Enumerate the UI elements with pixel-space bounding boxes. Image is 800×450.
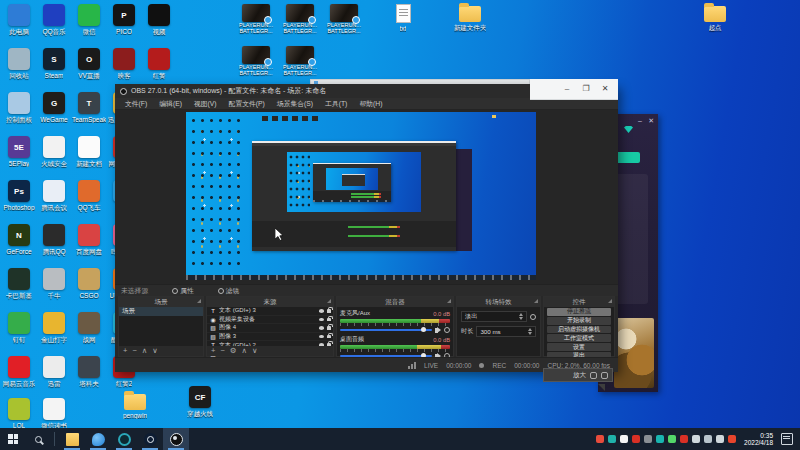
desktop-icon[interactable]: S Steam (37, 48, 71, 90)
control-button[interactable]: 设置 (547, 343, 611, 351)
preview-capture-level1[interactable] (186, 112, 536, 280)
tray-icon[interactable] (656, 435, 664, 443)
transition-select[interactable]: 淡出 (461, 311, 527, 322)
tray-icon[interactable] (620, 435, 628, 443)
maximize-button[interactable]: ❐ (581, 84, 591, 94)
scene-list-item[interactable]: 场景 (119, 307, 203, 316)
remove-source-button[interactable]: − (220, 347, 224, 355)
remove-scene-button[interactable]: − (132, 347, 136, 355)
zoom-icon[interactable] (590, 372, 597, 379)
desktop-icon[interactable]: 网易云音乐 (2, 356, 36, 398)
tray-icon[interactable] (692, 435, 700, 443)
visibility-eye-icon[interactable] (319, 309, 324, 313)
desktop-icon-txt-file[interactable]: txt (386, 2, 420, 44)
lock-icon[interactable] (327, 326, 331, 330)
desktop-icon[interactable]: 视频 (142, 4, 176, 46)
spinner-updown-icon[interactable] (528, 328, 532, 335)
desktop-icon[interactable]: CSGO (72, 268, 106, 310)
add-scene-button[interactable]: + (123, 347, 127, 355)
desktop-icon[interactable]: 千牛 (37, 268, 71, 310)
taskbar-app-button[interactable] (85, 428, 111, 450)
screenshot-thumbnail[interactable]: PLAYERUN... BATTLEGR... (241, 4, 271, 48)
control-button[interactable]: 停止推流 (547, 308, 611, 316)
desktop-icon[interactable]: T TeamSpeak 3 (72, 92, 106, 134)
tray-icon[interactable] (596, 435, 604, 443)
desktop-icon[interactable]: 回收站 (2, 48, 36, 90)
taskbar-app-button[interactable] (111, 428, 137, 450)
desktop-icon[interactable]: QQ音乐 (37, 4, 71, 46)
desktop-icon-right-folder[interactable]: 起点 (698, 2, 732, 44)
filters-button[interactable]: 滤镜 (218, 286, 240, 296)
control-button[interactable]: 开始录制 (547, 317, 611, 325)
tray-icon[interactable] (668, 435, 676, 443)
menu-item[interactable]: 视图(V) (188, 99, 223, 109)
screenshot-thumbnail[interactable]: PLAYERUN... BATTLEGR... (329, 4, 359, 48)
screenshot-thumbnail[interactable]: PLAYERUN... BATTLEGR... (285, 4, 315, 48)
desktop-icon[interactable]: 火绒安全 (37, 136, 71, 178)
desktop-icon-new-folder[interactable]: 新建文件夹 (453, 2, 487, 44)
menu-item[interactable]: 帮助(H) (353, 99, 388, 109)
controls-panel-header[interactable]: 控件 (544, 297, 614, 307)
source-properties-button[interactable]: ⚙ (230, 347, 237, 355)
desktop-icon[interactable]: 战网 (72, 312, 106, 354)
tray-icon[interactable] (704, 435, 712, 443)
desktop-icon[interactable]: 卡巴斯基 (2, 268, 36, 310)
menu-item[interactable]: 场景集合(S) (271, 99, 319, 109)
expand-icon[interactable] (601, 372, 608, 379)
tray-icon[interactable] (644, 435, 652, 443)
mixer-panel-header[interactable]: 混音器 (337, 297, 453, 307)
desktop-icon[interactable]: 百度网盘 (72, 224, 106, 266)
taskbar-app-button[interactable] (59, 428, 85, 450)
menu-item[interactable]: 文件(F) (119, 99, 153, 109)
channel-settings-icon[interactable] (444, 327, 450, 333)
desktop-icon[interactable]: QQ飞车 (72, 180, 106, 222)
control-button[interactable]: 工作室模式 (547, 334, 611, 342)
desktop-icon[interactable]: 金山打字 (37, 312, 71, 354)
lock-icon[interactable] (327, 309, 331, 313)
desktop-icon[interactable]: 钉钉 (2, 312, 36, 354)
magnifier-popup[interactable]: 放大 (543, 368, 613, 382)
accent-button[interactable] (616, 152, 640, 163)
notification-center-icon[interactable] (781, 433, 793, 445)
taskbar-app-button[interactable] (163, 428, 189, 450)
minimize-button[interactable]: – (562, 84, 572, 94)
desktop-icon[interactable]: 5E 5EPlay (2, 136, 36, 178)
desktop-icon[interactable]: N GeForce (2, 224, 36, 266)
desktop-icon[interactable]: P PICO (107, 4, 141, 46)
properties-button[interactable]: 属性 (172, 286, 194, 296)
desktop-icon[interactable]: 塔科夫 (72, 356, 106, 398)
minimize-button[interactable]: – (638, 117, 642, 124)
desktop-icon[interactable]: 此电脑 (2, 4, 36, 46)
close-button[interactable]: ✕ (600, 84, 610, 94)
desktop-icon[interactable]: 迅雷 (37, 356, 71, 398)
desktop-icon[interactable]: 控制面板 (2, 92, 36, 134)
tray-icon[interactable] (608, 435, 616, 443)
transition-settings-icon[interactable] (530, 314, 536, 320)
visibility-eye-icon[interactable] (319, 318, 324, 322)
desktop-icon[interactable]: 腾讯会议 (37, 180, 71, 222)
lock-icon[interactable] (327, 318, 331, 322)
desktop-icon[interactable]: 腾讯QQ (37, 224, 71, 266)
desktop-icon[interactable]: CF 穿越火线 (183, 386, 217, 428)
taskbar-clock[interactable]: 0:35 2022/4/18 (744, 432, 773, 447)
visibility-eye-icon[interactable] (319, 326, 324, 330)
menu-item[interactable]: 编辑(E) (153, 99, 188, 109)
desktop-icon[interactable]: Ps Photoshop (2, 180, 36, 222)
duration-input[interactable]: 300 ms (476, 326, 536, 337)
move-scene-up-button[interactable]: ∧ (142, 347, 148, 355)
move-source-down-button[interactable]: ∨ (252, 347, 258, 355)
start-button[interactable] (0, 428, 26, 450)
menu-item[interactable]: 配置文件(P) (223, 99, 271, 109)
tray-icon[interactable] (632, 435, 640, 443)
desktop-icon[interactable]: 新建文档 (72, 136, 106, 178)
lock-icon[interactable] (327, 335, 331, 339)
tray-icon[interactable] (680, 435, 688, 443)
volume-slider[interactable] (340, 329, 432, 332)
sources-panel-header[interactable]: 来源 (207, 297, 333, 307)
desktop-icon[interactable]: O VV直播 (72, 48, 106, 90)
taskbar-search-button[interactable] (26, 428, 50, 450)
obs-window[interactable]: OBS 27.0.1 (64-bit, windows) - 配置文件: 未命名… (115, 84, 618, 372)
desktop-icon[interactable]: 微信 (72, 4, 106, 46)
transitions-panel-header[interactable]: 转场特效 (457, 297, 540, 307)
scenes-panel-header[interactable]: 场景 (119, 297, 203, 307)
